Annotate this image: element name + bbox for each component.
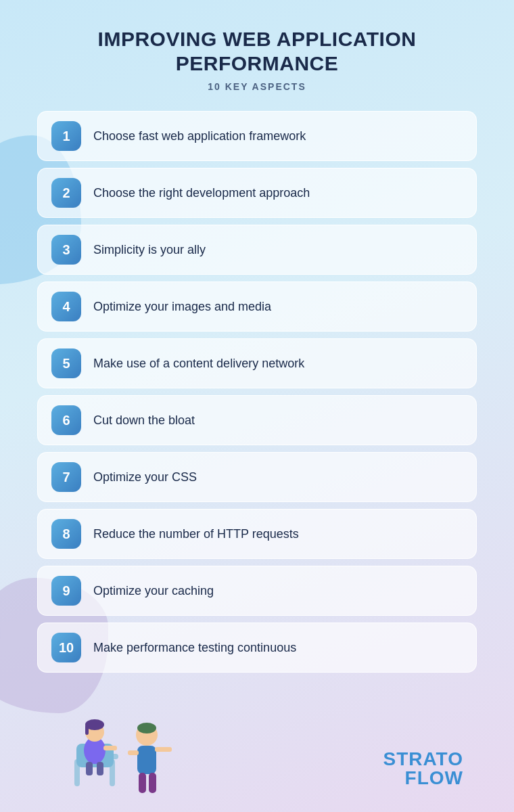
list-item: 5Make use of a content delivery network bbox=[37, 338, 477, 388]
svg-rect-10 bbox=[97, 762, 103, 775]
brand-name: STRATO FLOW bbox=[383, 750, 463, 788]
item-text: Cut down the bloat bbox=[93, 413, 195, 428]
svg-point-13 bbox=[137, 723, 156, 734]
number-badge: 2 bbox=[51, 178, 81, 208]
illustration bbox=[57, 686, 193, 801]
aspects-list: 1Choose fast web application framework2C… bbox=[37, 111, 477, 673]
list-item: 1Choose fast web application framework bbox=[37, 111, 477, 161]
svg-rect-8 bbox=[103, 746, 117, 750]
svg-rect-14 bbox=[128, 750, 139, 755]
number-badge: 10 bbox=[51, 633, 81, 662]
footer: STRATO FLOW bbox=[37, 679, 477, 801]
item-text: Optimize your images and media bbox=[93, 300, 271, 314]
number-badge: 9 bbox=[51, 576, 81, 606]
item-text: Optimize your CSS bbox=[93, 470, 197, 484]
page-title: IMPROVING WEB APPLICATION PERFORMANCE bbox=[37, 27, 477, 76]
svg-rect-17 bbox=[149, 773, 156, 793]
number-badge: 6 bbox=[51, 405, 81, 435]
list-item: 4Optimize your images and media bbox=[37, 281, 477, 332]
item-text: Make performance testing continuous bbox=[93, 641, 296, 655]
item-text: Choose fast web application framework bbox=[93, 129, 306, 143]
number-badge: 4 bbox=[51, 292, 81, 321]
brand-logo: STRATO FLOW bbox=[383, 750, 463, 788]
main-container: IMPROVING WEB APPLICATION PERFORMANCE 10… bbox=[0, 0, 514, 812]
page-header: IMPROVING WEB APPLICATION PERFORMANCE 10… bbox=[37, 27, 477, 92]
number-badge: 3 bbox=[51, 235, 81, 265]
item-text: Make use of a content delivery network bbox=[93, 357, 304, 371]
item-text: Reduce the number of HTTP requests bbox=[93, 527, 299, 541]
svg-rect-11 bbox=[137, 746, 156, 774]
page-subtitle: 10 KEY ASPECTS bbox=[37, 81, 477, 92]
item-text: Simplicity is your ally bbox=[93, 243, 206, 257]
number-badge: 8 bbox=[51, 519, 81, 549]
list-item: 3Simplicity is your ally bbox=[37, 225, 477, 275]
item-text: Optimize your caching bbox=[93, 584, 214, 598]
number-badge: 5 bbox=[51, 348, 81, 378]
svg-rect-9 bbox=[86, 762, 93, 775]
list-item: 10Make performance testing continuous bbox=[37, 623, 477, 673]
item-text: Choose the right development approach bbox=[93, 186, 310, 200]
svg-rect-7 bbox=[85, 725, 89, 735]
svg-rect-16 bbox=[139, 773, 146, 793]
list-item: 2Choose the right development approach bbox=[37, 168, 477, 218]
list-item: 7Optimize your CSS bbox=[37, 452, 477, 502]
list-item: 6Cut down the bloat bbox=[37, 395, 477, 445]
number-badge: 7 bbox=[51, 462, 81, 492]
svg-rect-15 bbox=[155, 747, 172, 752]
number-badge: 1 bbox=[51, 121, 81, 151]
list-item: 9Optimize your caching bbox=[37, 566, 477, 616]
list-item: 8Reduce the number of HTTP requests bbox=[37, 509, 477, 559]
